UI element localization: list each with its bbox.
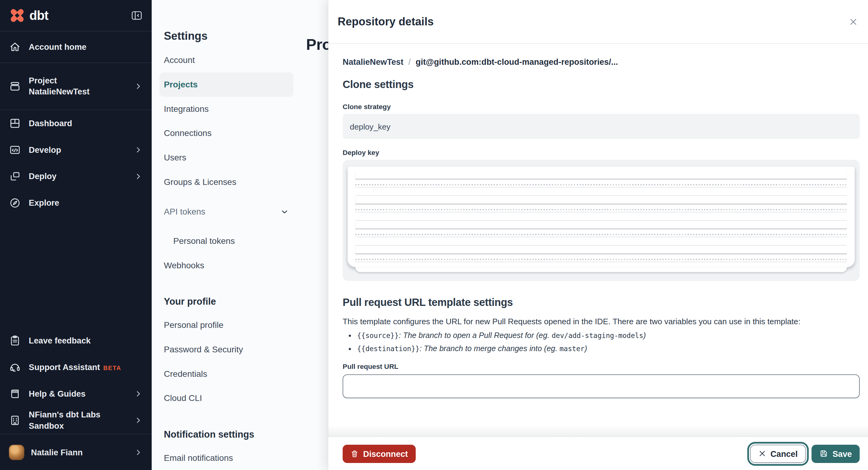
settings-nav-account[interactable]: Account bbox=[159, 48, 293, 72]
breadcrumb-project: NatalieNewTest bbox=[343, 57, 403, 66]
redacted-line bbox=[355, 254, 847, 262]
redacted-line bbox=[355, 246, 847, 254]
trash-icon bbox=[350, 449, 359, 458]
sidebar-item-leave-feedback[interactable]: Leave feedback bbox=[0, 327, 152, 354]
sidebar-item-label: Dashboard bbox=[29, 118, 143, 129]
breadcrumb-separator: / bbox=[408, 57, 411, 66]
app-root: dbt Account home bbox=[0, 0, 868, 470]
support-assistant-label: Support Assistant bbox=[29, 362, 100, 372]
sidebar-item-dashboard[interactable]: Dashboard bbox=[0, 110, 152, 137]
close-icon[interactable] bbox=[846, 15, 860, 28]
sidebar-item-deploy[interactable]: Deploy bbox=[0, 163, 152, 190]
destination-variable-code: {{destination}} bbox=[357, 345, 419, 353]
project-icon bbox=[9, 80, 21, 92]
source-variable-desc: : The branch to open a Pull Request for … bbox=[399, 331, 552, 339]
settings-nav-integrations[interactable]: Integrations bbox=[159, 97, 293, 121]
settings-nav-webhooks[interactable]: Webhooks bbox=[159, 253, 293, 278]
settings-nav-password-security[interactable]: Password & Security bbox=[159, 337, 293, 362]
dbt-logo-icon bbox=[9, 7, 25, 24]
settings-nav-credentials[interactable]: Credentials bbox=[159, 362, 293, 386]
chevron-right-icon bbox=[134, 416, 143, 425]
sidebar-header: dbt bbox=[0, 0, 152, 31]
redacted-line bbox=[355, 212, 847, 221]
api-tokens-label: API tokens bbox=[164, 207, 206, 217]
x-icon bbox=[758, 449, 766, 457]
project-label-bottom: NatalieNewTest bbox=[29, 87, 90, 96]
redacted-line bbox=[355, 171, 847, 179]
dbt-logo-text: dbt bbox=[29, 8, 48, 23]
user-avatar bbox=[9, 444, 25, 460]
settings-nav-projects[interactable]: Projects bbox=[159, 72, 293, 97]
deploy-key-sheet-curl bbox=[355, 267, 847, 272]
book-icon bbox=[9, 388, 21, 400]
beta-badge: BETA bbox=[103, 364, 121, 371]
redacted-line bbox=[355, 229, 847, 237]
save-button-label: Save bbox=[833, 449, 852, 459]
drawer-body: NatalieNewTest / git@github.com:dbt-clou… bbox=[328, 57, 868, 398]
sidebar-item-explore[interactable]: Explore bbox=[0, 190, 152, 216]
source-variable-close: ) bbox=[643, 331, 646, 339]
project-label-top: Project bbox=[29, 76, 57, 85]
sidebar-item-label: Account home bbox=[29, 41, 143, 53]
disconnect-button-label: Disconnect bbox=[363, 449, 408, 459]
cancel-button-label: Cancel bbox=[770, 449, 798, 459]
settings-nav-cloud-cli[interactable]: Cloud CLI bbox=[159, 386, 293, 410]
sidebar-item-help-guides[interactable]: Help & Guides bbox=[0, 380, 152, 407]
redacted-line bbox=[355, 204, 847, 212]
redacted-line bbox=[355, 221, 847, 229]
deploy-icon bbox=[9, 170, 21, 182]
drawer-header: Repository details bbox=[328, 0, 868, 44]
redacted-line bbox=[355, 188, 847, 196]
breadcrumb: NatalieNewTest / git@github.com:dbt-clou… bbox=[343, 57, 860, 66]
profile-section-title: Your profile bbox=[164, 296, 293, 307]
headset-icon bbox=[9, 361, 21, 373]
disconnect-button[interactable]: Disconnect bbox=[343, 444, 416, 463]
sidebar-item-account-home[interactable]: Account home bbox=[0, 31, 152, 63]
settings-nav-api-tokens[interactable]: API tokens bbox=[159, 200, 293, 224]
sidebar-item-label: Leave feedback bbox=[29, 335, 143, 346]
notification-section-title: Notification settings bbox=[164, 429, 293, 440]
clone-strategy-field: deploy_key bbox=[343, 114, 860, 139]
chevron-right-icon bbox=[134, 145, 143, 154]
drawer-footer: Disconnect Cancel bbox=[328, 436, 868, 470]
settings-nav-personal-tokens[interactable]: Personal tokens bbox=[159, 229, 293, 253]
pr-url-input[interactable] bbox=[343, 374, 860, 398]
destination-variable-close: ) bbox=[585, 344, 587, 353]
settings-nav-users[interactable]: Users bbox=[159, 145, 293, 170]
user-name: Natalie Fiann bbox=[31, 447, 127, 457]
clone-strategy-label: Clone strategy bbox=[343, 103, 860, 111]
pr-url-label: Pull request URL bbox=[343, 363, 860, 370]
sidebar-item-label: Project NatalieNewTest bbox=[29, 75, 126, 97]
settings-nav-personal-profile[interactable]: Personal profile bbox=[159, 313, 293, 337]
deploy-key-sheet bbox=[348, 167, 855, 267]
chevron-right-icon bbox=[134, 82, 143, 91]
pr-template-heading: Pull request URL template settings bbox=[343, 296, 860, 309]
chevron-down-icon bbox=[280, 207, 289, 216]
destination-variable-desc: : The branch to merge changes into (eg. bbox=[420, 344, 560, 353]
pr-template-variables: {{source}}: The branch to open a Pull Re… bbox=[343, 330, 860, 354]
pr-variable-source: {{source}}: The branch to open a Pull Re… bbox=[357, 330, 860, 341]
deploy-key-redacted-value[interactable] bbox=[343, 160, 860, 281]
source-variable-code: {{source}} bbox=[357, 331, 399, 339]
sidebar-bottom: Leave feedback Support AssistantBETA bbox=[0, 327, 152, 470]
chevron-right-icon bbox=[134, 172, 143, 181]
sidebar-collapse-icon[interactable] bbox=[131, 9, 143, 22]
sidebar-user-menu[interactable]: Natalie Fiann bbox=[0, 434, 152, 470]
clipboard-icon bbox=[9, 335, 21, 347]
redacted-line bbox=[355, 262, 847, 267]
sidebar-item-sandbox-account[interactable]: NFiann's dbt Labs Sandbox bbox=[0, 407, 152, 434]
dbt-logo[interactable]: dbt bbox=[9, 7, 48, 24]
sidebar-item-support-assistant[interactable]: Support AssistantBETA bbox=[0, 354, 152, 380]
settings-nav-title: Settings bbox=[164, 30, 293, 43]
sidebar-item-develop[interactable]: Develop bbox=[0, 137, 152, 163]
save-button[interactable]: Save bbox=[811, 444, 860, 463]
building-icon bbox=[9, 414, 21, 427]
settings-nav-email-notifications[interactable]: Email notifications bbox=[159, 446, 293, 470]
cancel-button[interactable]: Cancel bbox=[750, 444, 806, 463]
sidebar-item-project[interactable]: Project NatalieNewTest bbox=[0, 63, 152, 110]
footer-actions: Cancel Save bbox=[750, 444, 860, 463]
settings-nav-groups-licenses[interactable]: Groups & Licenses bbox=[159, 170, 293, 194]
drawer-title: Repository details bbox=[338, 15, 434, 28]
settings-nav-connections[interactable]: Connections bbox=[159, 121, 293, 145]
source-variable-example: dev/add-staging-models bbox=[552, 331, 644, 339]
